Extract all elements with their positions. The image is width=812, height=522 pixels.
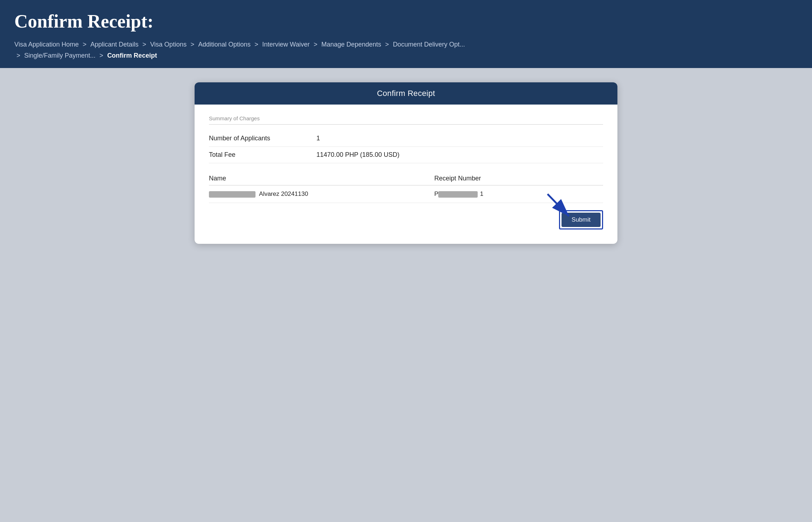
summary-divider bbox=[209, 124, 603, 125]
charge-label-fee: Total Fee bbox=[209, 151, 316, 159]
charge-label-applicants: Number of Applicants bbox=[209, 135, 316, 142]
breadcrumb-item-manage-dependents[interactable]: Manage Dependents bbox=[321, 41, 381, 48]
breadcrumb-item-document-delivery[interactable]: Document Delivery Opt... bbox=[393, 41, 465, 48]
charge-value-applicants: 1 bbox=[316, 135, 603, 142]
receipt-suffix: 1 bbox=[480, 190, 483, 197]
name-suffix: Alvarez 20241130 bbox=[259, 190, 308, 197]
submit-cell bbox=[546, 185, 603, 203]
breadcrumb-item-visa-home[interactable]: Visa Application Home bbox=[14, 41, 79, 48]
separator-3: > bbox=[191, 41, 196, 48]
breadcrumb: Visa Application Home > Applicant Detail… bbox=[14, 39, 798, 61]
separator-2: > bbox=[142, 41, 148, 48]
receipt-row: Alvarez 20241130 P1 bbox=[209, 185, 603, 203]
breadcrumb-item-interview-waiver[interactable]: Interview Waiver bbox=[262, 41, 310, 48]
receipt-card: Confirm Receipt Summary of Charges Numbe… bbox=[195, 82, 617, 244]
receipt-name-cell: Alvarez 20241130 bbox=[209, 185, 434, 203]
receipt-prefix: P bbox=[434, 190, 438, 197]
page-title: Confirm Receipt: bbox=[14, 11, 798, 32]
breadcrumb-item-single-family[interactable]: Single/Family Payment... bbox=[24, 52, 96, 59]
summary-label: Summary of Charges bbox=[209, 115, 603, 121]
header-banner: Confirm Receipt: Visa Application Home >… bbox=[0, 0, 812, 68]
charge-value-fee: 11470.00 PHP (185.00 USD) bbox=[316, 151, 603, 159]
separator-6: > bbox=[385, 41, 391, 48]
col-header-name: Name bbox=[209, 172, 434, 185]
main-content: Confirm Receipt Summary of Charges Numbe… bbox=[0, 68, 812, 522]
breadcrumb-item-additional-options[interactable]: Additional Options bbox=[198, 41, 250, 48]
redacted-receipt-block bbox=[438, 191, 478, 198]
charge-row-applicants: Number of Applicants 1 bbox=[209, 130, 603, 147]
receipt-table: Name Receipt Number Alvarez 20241130 P1 bbox=[209, 172, 603, 203]
receipt-number-cell: P1 bbox=[434, 185, 546, 203]
card-body: Summary of Charges Number of Applicants … bbox=[195, 105, 617, 244]
submit-button[interactable]: Submit bbox=[562, 213, 601, 227]
breadcrumb-item-confirm-receipt-current: Confirm Receipt bbox=[107, 52, 157, 59]
separator-5: > bbox=[314, 41, 319, 48]
submit-area: Submit bbox=[209, 210, 603, 229]
submit-highlight-border: Submit bbox=[559, 210, 603, 229]
breadcrumb-item-applicant-details[interactable]: Applicant Details bbox=[90, 41, 138, 48]
separator-4: > bbox=[254, 41, 260, 48]
separator-7: > bbox=[16, 52, 22, 59]
redacted-name-block bbox=[209, 191, 255, 198]
arrow-container: Submit bbox=[559, 210, 603, 229]
separator-8: > bbox=[100, 52, 105, 59]
card-header: Confirm Receipt bbox=[195, 82, 617, 105]
charge-row-fee: Total Fee 11470.00 PHP (185.00 USD) bbox=[209, 147, 603, 163]
separator-1: > bbox=[83, 41, 89, 48]
breadcrumb-item-visa-options[interactable]: Visa Options bbox=[150, 41, 187, 48]
col-header-receipt: Receipt Number bbox=[434, 172, 546, 185]
